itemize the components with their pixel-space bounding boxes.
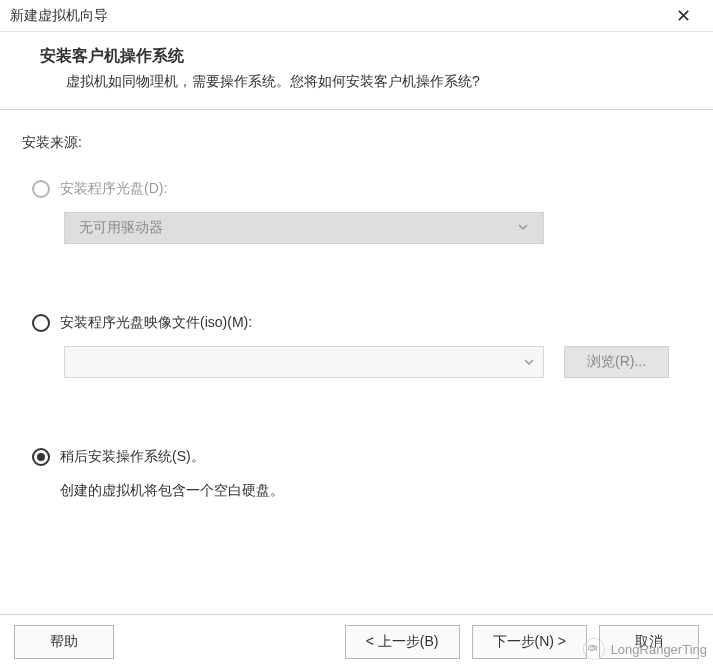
option-iso-label: 安装程序光盘映像文件(iso)(M):	[60, 314, 252, 332]
cancel-button[interactable]: 取消	[599, 625, 699, 659]
option-later-row[interactable]: 稍后安装操作系统(S)。	[22, 448, 691, 466]
install-source-label: 安装来源:	[22, 134, 691, 152]
titlebar: 新建虚拟机向导 ✕	[0, 0, 713, 32]
back-button[interactable]: < 上一步(B)	[345, 625, 460, 659]
option-disc-label: 安装程序光盘(D):	[60, 180, 167, 198]
disc-drive-value: 无可用驱动器	[79, 219, 163, 237]
radio-disc	[32, 180, 50, 198]
option-later-label: 稍后安装操作系统(S)。	[60, 448, 205, 466]
back-button-label: < 上一步(B)	[366, 633, 439, 651]
iso-path-combo[interactable]	[64, 346, 544, 378]
help-button-label: 帮助	[50, 633, 78, 651]
next-button[interactable]: 下一步(N) >	[472, 625, 588, 659]
page-description: 虚拟机如同物理机，需要操作系统。您将如何安装客户机操作系统?	[40, 73, 673, 91]
wizard-header: 安装客户机操作系统 虚拟机如同物理机，需要操作系统。您将如何安装客户机操作系统?	[0, 32, 713, 110]
disc-drive-dropdown: 无可用驱动器	[64, 212, 544, 244]
window-title: 新建虚拟机向导	[10, 7, 108, 25]
next-button-label: 下一步(N) >	[493, 633, 567, 651]
close-button[interactable]: ✕	[663, 1, 703, 31]
browse-button: 浏览(R)...	[564, 346, 669, 378]
radio-iso[interactable]	[32, 314, 50, 332]
close-icon: ✕	[676, 5, 691, 27]
option-later-hint: 创建的虚拟机将包含一个空白硬盘。	[60, 482, 691, 500]
help-button[interactable]: 帮助	[14, 625, 114, 659]
chevron-down-icon[interactable]	[515, 347, 543, 377]
chevron-down-icon	[517, 220, 529, 236]
browse-button-label: 浏览(R)...	[587, 353, 646, 371]
wizard-content: 安装来源: 安装程序光盘(D): 无可用驱动器 安装程序光盘映像文件(iso)(…	[0, 110, 713, 510]
option-iso-row[interactable]: 安装程序光盘映像文件(iso)(M):	[22, 314, 691, 332]
radio-later[interactable]	[32, 448, 50, 466]
option-disc-row: 安装程序光盘(D):	[22, 180, 691, 198]
cancel-button-label: 取消	[635, 633, 663, 651]
iso-input-row: 浏览(R)...	[64, 346, 691, 378]
page-heading: 安装客户机操作系统	[40, 46, 673, 67]
wizard-footer: 帮助 < 上一步(B) 下一步(N) > 取消	[0, 614, 713, 668]
